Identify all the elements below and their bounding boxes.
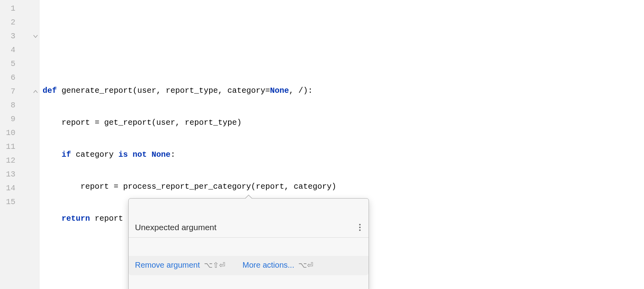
more-actions[interactable]: More actions...: [243, 261, 294, 270]
line-number: 11: [0, 140, 39, 154]
code-line[interactable]: [43, 20, 644, 34]
line-number: 5: [0, 57, 39, 71]
line-number: 6: [0, 71, 39, 84]
line-number: 2: [0, 15, 39, 29]
shortcut-label: ⌥⏎: [298, 261, 313, 270]
line-number: 15: [0, 195, 39, 209]
fold-start-icon[interactable]: [33, 34, 38, 39]
line-number: 14: [0, 181, 39, 195]
keyword-return: return: [62, 214, 90, 223]
shortcut-label: ⌥⇧⏎: [204, 261, 225, 270]
fold-end-icon[interactable]: [33, 89, 38, 94]
code-line[interactable]: [43, 52, 644, 66]
inspection-tooltip: Unexpected argument Remove argument ⌥⇧⏎ …: [128, 198, 369, 289]
keyword-def: def: [43, 86, 57, 95]
code-area[interactable]: def generate_report(user, report_type, c…: [39, 0, 644, 289]
tooltip-actions: Remove argument ⌥⇧⏎ More actions... ⌥⏎: [129, 256, 369, 275]
line-number-gutter: 1 2 3 4 5 6 7 8 9 10 11 12 13 14 15: [0, 0, 39, 289]
remove-argument-action[interactable]: Remove argument: [135, 261, 200, 270]
code-editor[interactable]: 1 2 3 4 5 6 7 8 9 10 11 12 13 14 15 def …: [0, 0, 644, 289]
keyword-if: if: [62, 150, 71, 159]
line-number: 4: [0, 43, 39, 57]
line-number: 10: [0, 126, 39, 140]
code-line[interactable]: if category is not None:: [43, 148, 644, 161]
line-number: 3: [0, 29, 39, 43]
code-line[interactable]: def generate_report(user, report_type, c…: [43, 84, 644, 98]
identifier: generate_report: [62, 86, 133, 95]
line-number: 12: [0, 154, 39, 167]
kebab-menu-icon[interactable]: [358, 222, 362, 233]
tooltip-header: Unexpected argument: [129, 217, 369, 238]
builtin-none: None: [270, 86, 289, 95]
line-number: 8: [0, 98, 39, 112]
line-number: 1: [0, 2, 39, 15]
line-number: 7: [0, 84, 39, 98]
tooltip-title: Unexpected argument: [135, 223, 217, 232]
code-line[interactable]: report = process_report_per_category(rep…: [43, 180, 644, 193]
line-number: 13: [0, 167, 39, 181]
code-line[interactable]: report = get_report(user, report_type): [43, 116, 644, 129]
line-number: 9: [0, 112, 39, 126]
